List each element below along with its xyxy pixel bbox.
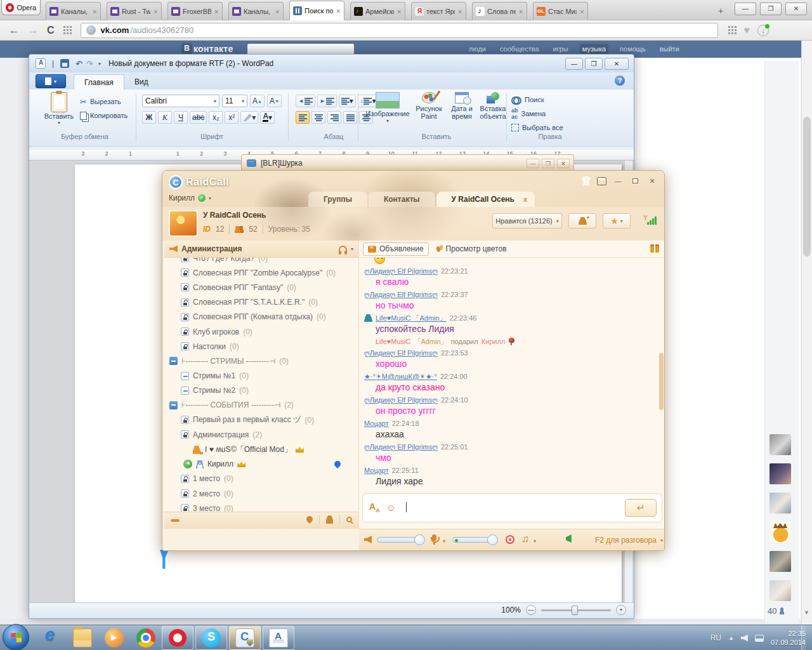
message-author[interactable]: ღЛидияღ Elf Pilgrimsღ [364,396,438,404]
browser-tab[interactable]: FroxerBBQ - [167,2,223,20]
mic-volume-slider[interactable] [452,537,497,543]
start-button[interactable] [3,624,29,650]
browser-tab[interactable]: Каналы, на [46,2,101,20]
channel-row[interactable]: Настолки (0) [164,339,358,354]
message-author[interactable]: ღЛидияღ Elf Pilgrimsღ [364,349,438,357]
grow-font-button[interactable]: A▲ [250,95,265,107]
tab-home[interactable]: Главная [74,74,124,90]
wordpad-minimize-button[interactable]: — [565,58,583,70]
new-tab-button[interactable]: + [716,6,726,17]
taskbar-app-button[interactable] [67,626,98,650]
message-author[interactable]: ★·°☀М@лишК@☀★·° [364,490,437,491]
friend-avatar[interactable] [769,434,791,455]
tray-volume-icon[interactable] [741,635,748,642]
headset-icon[interactable] [339,246,347,252]
paste-button[interactable]: Вставить ▾ [41,92,77,131]
taskbar-app-button[interactable] [263,626,294,650]
blr-minimize-button[interactable]: — [527,159,539,168]
room-avatar[interactable] [169,210,198,237]
taskbar-app-button[interactable] [130,626,162,650]
browser-minimize-button[interactable]: — [735,3,756,15]
forward-icon[interactable]: → [28,25,38,36]
raidcall-user-row[interactable]: Кирилл ✓ ▾ [169,194,211,202]
friend-avatar[interactable] [769,580,791,601]
vk-nav-item[interactable]: сообщества [497,44,542,54]
tab-room[interactable]: У RaidCall Осень x [436,192,535,207]
channel-row[interactable]: 1 место (0) [164,472,358,486]
channel-row[interactable]: Словесная РПГ (Комната отдыха) (0) [164,310,358,324]
browser-close-button[interactable]: ✕ [785,3,807,15]
extensions-grid-icon[interactable] [728,26,737,34]
bookmark-heart-icon[interactable] [744,25,750,36]
zoom-out-button[interactable]: — [526,605,536,615]
mic-volume-knob[interactable] [487,534,498,545]
message-author[interactable]: Моцарт [364,467,389,474]
taskbar-app-button[interactable] [195,626,227,650]
decrease-indent-button[interactable]: ◄ [296,95,315,107]
zoom-slider[interactable] [541,609,611,611]
redo-icon[interactable]: ↷ [86,59,93,69]
tab-close-icon[interactable] [336,7,341,15]
save-icon[interactable] [60,59,69,68]
align-right-button[interactable] [327,111,341,124]
tab-view[interactable]: Вид [124,74,159,90]
message-author[interactable]: Life♥MusiC 「Admin」 [376,314,447,323]
insert-image-button[interactable]: Изображение ▾ [364,92,411,125]
speaker-volume-slider[interactable] [377,537,424,543]
channel-row[interactable]: Администрация (2) [164,427,358,442]
music-dropdown-icon[interactable]: ▾ [534,538,536,544]
channel-row[interactable]: Кирилл [164,457,358,472]
speaker-volume-knob[interactable] [414,534,425,545]
channel-row[interactable]: 2 место (0) [164,486,358,501]
friend-avatar[interactable] [769,463,791,484]
friend-avatar[interactable] [769,551,791,572]
tab-close-icon[interactable] [518,8,523,15]
panel-icon[interactable] [597,177,606,185]
language-indicator[interactable]: RU [710,633,721,642]
speed-dial-icon[interactable] [63,26,72,34]
channel-row[interactable]: Стримы №1 (0) [164,369,358,383]
vk-nav-item[interactable]: выйти [657,44,682,54]
show-desktop-button[interactable] [801,625,806,650]
channel-row[interactable]: Словесная РПГ "Zombie Apocalypse" (0) [164,265,358,280]
channel-row[interactable]: Первый раз в первый класс ヅ (0) [164,413,358,427]
tray-network-icon[interactable] [755,635,764,642]
tab-close-icon[interactable] [579,8,584,15]
record-icon[interactable] [506,535,514,544]
channel-row[interactable]: Что? Где? Когда? (0) [164,258,358,265]
tab-close-icon[interactable] [214,8,219,15]
font-format-icon[interactable]: AA [369,501,380,514]
locate-icon[interactable] [305,515,314,524]
channel-row[interactable]: Клуб игроков (0) [164,324,358,339]
favorite-button[interactable]: ★ ▾ [603,213,631,229]
browser-tab[interactable]: Поиск по за [289,1,344,20]
tab-close-icon[interactable] [92,8,97,15]
font-size-select[interactable]: 11▾ [222,95,247,107]
paint-drawing-button[interactable]: Рисунок Paint [412,92,445,120]
browser-tab[interactable]: Rust - Twitc [107,2,162,20]
channel-row[interactable]: ⊦--------- СТРИМЫ ---------⊣ (0) [164,354,358,368]
font-family-select[interactable]: Calibri▾ [142,95,219,107]
wordpad-app-menu-button[interactable]: ▾ [36,74,66,88]
copy-button[interactable]: Копировать [80,109,128,123]
raidcall-close-button[interactable]: ✕ [646,176,658,186]
push-to-talk-setting[interactable]: F2 для разговора ▾ [595,536,663,545]
vk-logo[interactable]: В контакте [181,43,233,54]
vk-nav-item[interactable]: люди [466,44,488,54]
blr-close-button[interactable]: ✕ [557,159,570,168]
gift-from[interactable]: Life♥MusiC [376,338,410,345]
highlight-button[interactable]: ▾ [240,111,258,124]
chat-scrollbar-thumb[interactable] [659,353,664,410]
blr-restore-button[interactable]: ❐ [542,159,554,168]
message-author[interactable]: ღЛидияღ Elf Pilgrimsღ [364,291,438,299]
emoticon-icon[interactable]: ☺ [386,502,396,513]
edit-member-button[interactable] [568,213,596,229]
send-button[interactable]: ↵ [625,499,657,517]
url-field[interactable]: vk.com/audios43062780 [81,23,718,38]
message-author[interactable]: ღЛидияღ Elf Pilgrimsღ [364,443,438,451]
justify-button[interactable] [343,111,357,124]
channel-row[interactable]: ⊦--------- СОБЫТИЯ ---------⊣ (2) [164,398,358,413]
tray-clock[interactable]: 22:35 07.09.2014 [771,629,806,647]
vk-online-counter[interactable]: 40 [768,606,785,616]
browser-tab[interactable]: Каналы, на [228,2,284,20]
